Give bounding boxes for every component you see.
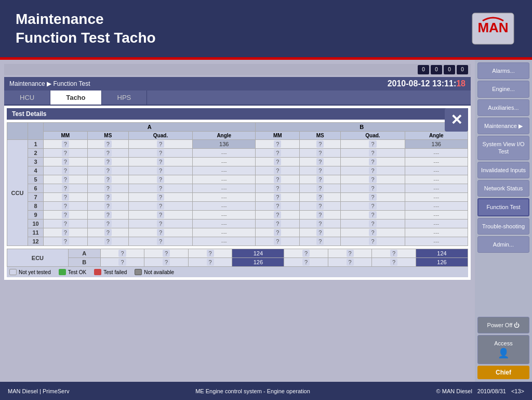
cell-b_quad: ?: [341, 184, 405, 193]
row-number: 5: [28, 175, 44, 184]
sidebar-btn-admin[interactable]: Admin...: [477, 236, 529, 253]
main-area: 0 0 0 0 Maintenance ▶ Function Test 2010…: [0, 60, 532, 382]
ecu-row-letter: A: [68, 249, 100, 258]
cell-a-angle: 136: [193, 140, 256, 149]
sidebar-btn-invalidated[interactable]: Invalidated Inputs: [477, 162, 529, 178]
sidebar-btn-troubleshooting[interactable]: Trouble-shooting: [477, 218, 529, 235]
ecu-cell-b_mm: ?: [284, 258, 328, 267]
cell-b_ms: ?: [300, 184, 341, 193]
footer-page: <13>: [511, 388, 524, 394]
ecu-cell-b_mm: ?: [284, 249, 328, 258]
center-panel: 0 0 0 0 Maintenance ▶ Function Test 2010…: [0, 60, 475, 382]
ecu-cell-a_mm: ?: [100, 258, 144, 267]
cell-b_quad: ?: [341, 140, 405, 149]
cell-a-angle: ---: [193, 211, 256, 220]
cell-a_ms: ?: [87, 237, 128, 246]
cell-b-angle: ---: [405, 175, 468, 184]
row-number: 6: [28, 184, 44, 193]
col-ms-b: MS: [300, 132, 341, 140]
row-number: 8: [28, 202, 44, 211]
counter-1: 0: [431, 65, 442, 74]
footer-date: 2010/08/31: [477, 388, 506, 394]
cell-b-angle: ---: [405, 202, 468, 211]
cell-b-angle: ---: [405, 166, 468, 175]
cell-b_quad: ?: [341, 211, 405, 220]
row-number: 9: [28, 211, 44, 220]
cell-b_ms: ?: [300, 158, 341, 166]
cell-b_mm: ?: [256, 237, 300, 246]
footer-copyright: © MAN Diesel: [436, 388, 472, 394]
legend-ok: Test OK: [59, 269, 87, 275]
sidebar-btn-network-status[interactable]: Network Status: [477, 180, 529, 197]
header: Maintenance Function Test Tacho MAN: [0, 0, 532, 57]
tab-tacho[interactable]: Tacho: [50, 91, 101, 105]
cell-b_quad: ?: [341, 175, 405, 184]
row-number: 11: [28, 228, 44, 237]
ecu-group-label: ECU: [7, 249, 69, 267]
cell-a-angle: ---: [193, 166, 256, 175]
cell-b_ms: ?: [300, 193, 341, 202]
cell-a_mm: ?: [44, 175, 88, 184]
cell-a-angle: ---: [193, 149, 256, 158]
col-mm-a: MM: [44, 132, 88, 140]
ecu-table: ECUA???124???124B???126???126: [7, 249, 468, 267]
cell-a_ms: ?: [87, 228, 128, 237]
cell-a_ms: ?: [87, 175, 128, 184]
cell-b_mm: ?: [256, 193, 300, 202]
ecu-cell-a_quad: ?: [188, 258, 232, 267]
cell-b_ms: ?: [300, 166, 341, 175]
cell-a_quad: ?: [128, 193, 192, 202]
cell-b_ms: ?: [300, 211, 341, 220]
cell-a_quad: ?: [128, 237, 192, 246]
cell-a_mm: ?: [44, 158, 88, 166]
sidebar-btn-engine[interactable]: Engine...: [477, 81, 529, 97]
cell-a_mm: ?: [44, 140, 88, 149]
cell-a-angle: ---: [193, 193, 256, 202]
row-number: 3: [28, 158, 44, 166]
counter-0: 0: [418, 65, 429, 74]
sidebar-btn-function-test[interactable]: Function Test: [477, 198, 529, 216]
cell-a_quad: ?: [128, 175, 192, 184]
cell-b-angle: ---: [405, 193, 468, 202]
cell-a-angle: ---: [193, 220, 256, 228]
cell-a_ms: ?: [87, 193, 128, 202]
cell-b_quad: ?: [341, 228, 405, 237]
row-number: 1: [28, 140, 44, 149]
cell-a-angle: ---: [193, 202, 256, 211]
row-number: 4: [28, 166, 44, 175]
ecu-cell-a_ms: ?: [144, 258, 189, 267]
cell-b_mm: ?: [256, 202, 300, 211]
col-ms-a: MS: [87, 132, 128, 140]
ecu-cell-b-angle: 126: [416, 258, 468, 267]
breadcrumb: Maintenance ▶ Function Test: [9, 80, 90, 87]
col-angle-a: Angle: [193, 132, 256, 140]
tab-hcu[interactable]: HCU: [4, 91, 50, 105]
cell-b_mm: ?: [256, 166, 300, 175]
ccu-group-label: CCU: [7, 140, 28, 246]
close-button[interactable]: ✕: [445, 108, 468, 132]
cell-b_quad: ?: [341, 158, 405, 166]
cell-a_quad: ?: [128, 211, 192, 220]
cell-b_quad: ?: [341, 220, 405, 228]
ecu-cell-a_mm: ?: [100, 249, 144, 258]
cell-a_mm: ?: [44, 193, 88, 202]
cell-a-angle: ---: [193, 228, 256, 237]
cell-a_quad: ?: [128, 149, 192, 158]
col-quad-b: Quad.: [341, 132, 405, 140]
sidebar-btn-power-off[interactable]: Power Off ⏻: [477, 317, 529, 333]
row-number: 12: [28, 237, 44, 246]
cell-b_mm: ?: [256, 149, 300, 158]
sidebar-btn-system-view[interactable]: System View I/O Test: [477, 136, 529, 160]
tab-hps[interactable]: HPS: [102, 91, 148, 105]
sidebar-btn-access[interactable]: Access 👤: [477, 335, 529, 364]
sidebar-btn-auxiliaries[interactable]: Auxiliaries...: [477, 99, 529, 116]
sidebar-btn-chief[interactable]: Chief: [477, 366, 529, 379]
cell-a_quad: ?: [128, 140, 192, 149]
ecu-cell-a_ms: ?: [144, 249, 189, 258]
ecu-cell-b_ms: ?: [328, 249, 372, 258]
counter-bar: 0 0 0 0: [4, 64, 471, 75]
sidebar-btn-alarms[interactable]: Alarms...: [477, 62, 529, 79]
cell-a_quad: ?: [128, 166, 192, 175]
cell-a_quad: ?: [128, 202, 192, 211]
sidebar-btn-maintenance[interactable]: Maintenance ▶: [477, 118, 529, 134]
